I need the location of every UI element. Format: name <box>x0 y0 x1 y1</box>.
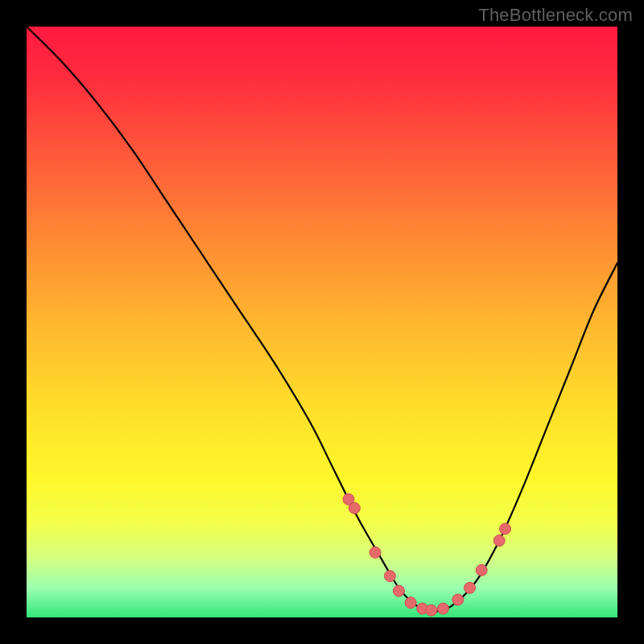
bottleneck-curve <box>27 27 617 612</box>
marker-dot <box>384 571 395 582</box>
outer-frame: TheBottleneck.com <box>0 0 644 644</box>
marker-dot <box>500 523 511 535</box>
chart-svg <box>27 27 617 617</box>
sample-markers <box>343 493 511 616</box>
marker-dot <box>369 547 381 558</box>
marker-dot <box>426 605 437 616</box>
marker-dot <box>393 585 404 597</box>
marker-dot <box>493 535 505 547</box>
watermark-text: TheBottleneck.com <box>478 5 633 26</box>
plot-area <box>27 27 617 617</box>
marker-dot <box>476 564 487 576</box>
marker-dot <box>437 603 448 614</box>
marker-dot <box>452 594 464 605</box>
marker-dot <box>464 582 476 593</box>
marker-dot <box>405 597 416 609</box>
marker-dot <box>349 502 360 514</box>
